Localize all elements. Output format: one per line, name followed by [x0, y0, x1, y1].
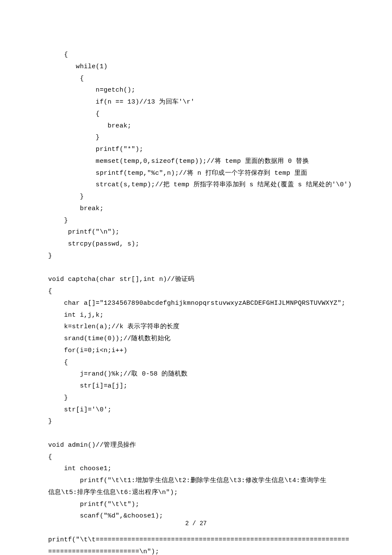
code-content: { while(1) { n=getch(); if(n == 13)//13 … [48, 49, 344, 555]
page-number-footer: 2 / 27 [0, 518, 392, 529]
